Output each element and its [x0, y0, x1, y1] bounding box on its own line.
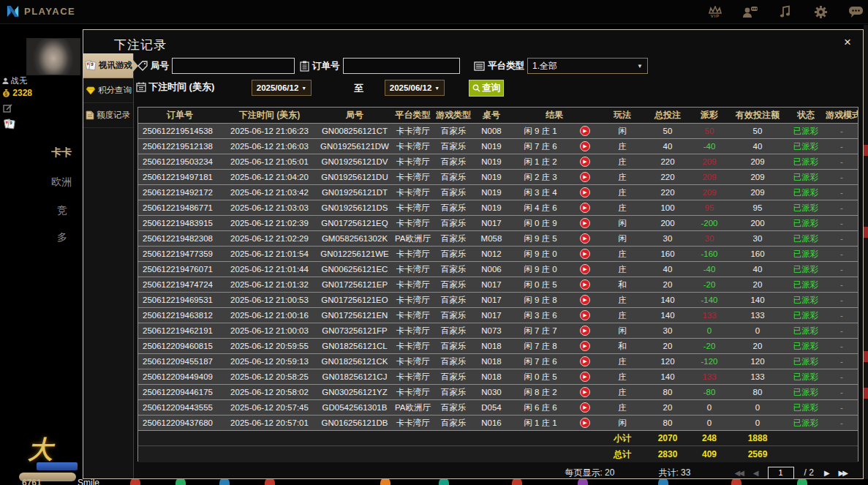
brand-logo[interactable]: PLAYACE — [6, 4, 75, 18]
summary-cell: 248 — [690, 433, 729, 443]
cell-mode: - — [826, 418, 858, 427]
cell-game: 百家乐 — [434, 264, 473, 275]
table-row: 2506122094376802025-06-12 20:57:01GN0162… — [138, 416, 858, 431]
play-video-button[interactable]: ▶ — [580, 157, 590, 167]
cell-play: ▶ — [571, 387, 599, 397]
cell-valid: 209 — [729, 173, 786, 181]
cell-status: 已派彩 — [786, 372, 826, 383]
cell-mode: - — [826, 249, 858, 258]
column-header: 桌号 — [473, 109, 510, 121]
document-icon — [86, 110, 94, 120]
cell-platform: PA欧洲厅 — [392, 402, 434, 413]
next-page-button[interactable]: ▶ — [824, 469, 829, 477]
play-video-button[interactable]: ▶ — [580, 402, 590, 413]
cell-play: ▶ — [571, 157, 599, 167]
cell-table: N019 — [473, 188, 510, 197]
cell-time: 2025-06-12 21:01:32 — [222, 280, 317, 289]
cell-platform: 卡卡湾厅 — [392, 418, 434, 429]
close-icon[interactable]: × — [844, 36, 851, 48]
settings-gear-icon[interactable] — [811, 2, 830, 21]
order-number-input[interactable] — [343, 58, 460, 74]
play-video-button[interactable]: ▶ — [580, 218, 590, 228]
cell-valid: 0 — [729, 418, 786, 427]
cell-play: ▶ — [571, 126, 599, 136]
vip-icon[interactable]: VIP — [706, 2, 725, 21]
cell-round: GN019256121DS — [317, 203, 392, 212]
cell-status: 已派彩 — [786, 249, 826, 260]
cell-play: 庄 — [599, 402, 646, 413]
table-row: 2506122194621912025-06-12 21:00:03GN0732… — [138, 323, 858, 339]
cell-play: ▶ — [571, 326, 599, 336]
play-video-button[interactable]: ▶ — [580, 326, 590, 336]
cell-pay: 133 — [690, 372, 729, 381]
play-video-button[interactable]: ▶ — [580, 249, 590, 259]
platform-type-select[interactable]: 1.全部 ▼ — [527, 58, 648, 74]
cell-valid: 209 — [729, 157, 786, 166]
cell-game: 百家乐 — [434, 126, 473, 137]
search-button[interactable]: 查询 — [469, 80, 504, 97]
play-video-button[interactable]: ▶ — [580, 279, 590, 290]
user-avatar[interactable] — [26, 38, 80, 75]
table-row: 2506122194747242025-06-12 21:01:32GN0172… — [138, 277, 858, 293]
play-video-button[interactable]: ▶ — [580, 141, 590, 151]
table-row: 2506122194971812025-06-12 21:04:20GN0192… — [138, 170, 858, 185]
cell-play: 庄 — [599, 310, 646, 321]
pagination-bar: 每页显示: 20 共计: 33 ◀◀ ◀ 1 / 2 ▶ ▶▶ — [137, 465, 858, 481]
column-header: 玩法 — [599, 109, 646, 121]
cell-play: 闲 — [599, 326, 646, 337]
cell-valid: 160 — [729, 249, 786, 258]
table-row: 2506122195145382025-06-12 21:06:23GN0082… — [138, 124, 858, 139]
tab-points-query[interactable]: 积分查询 — [83, 78, 133, 103]
cell-bet: 30 — [646, 234, 690, 243]
prev-page-button[interactable]: ◀ — [753, 469, 758, 477]
play-video-button[interactable]: ▶ — [580, 341, 590, 351]
cell-mode: - — [826, 265, 858, 274]
play-video-button[interactable]: ▶ — [580, 172, 590, 182]
cell-result: 闲 9 庄 0 — [510, 264, 571, 275]
cell-round: GN012256121WE — [317, 249, 392, 258]
play-video-button[interactable]: ▶ — [580, 372, 590, 382]
music-icon[interactable] — [776, 2, 795, 21]
cell-pay: 209 — [690, 173, 729, 181]
cell-valid: 0 — [729, 403, 786, 412]
cell-table: N019 — [473, 142, 510, 151]
modal-sidebar: K9 视讯游戏 积分查询 额度记录 — [83, 53, 134, 478]
play-video-button[interactable]: ▶ — [580, 418, 590, 428]
cell-play: 闲 — [599, 126, 646, 137]
play-video-button[interactable]: ▶ — [580, 126, 590, 136]
cell-mode: - — [826, 311, 858, 320]
play-video-button[interactable]: ▶ — [580, 233, 590, 244]
play-video-button[interactable]: ▶ — [580, 356, 590, 366]
round-number-input[interactable] — [172, 58, 295, 74]
play-video-button[interactable]: ▶ — [580, 387, 590, 397]
play-video-button[interactable]: ▶ — [580, 187, 590, 198]
cell-play: ▶ — [571, 341, 599, 351]
play-video-button[interactable]: ▶ — [580, 295, 590, 305]
table-row: 2506122194823082025-06-12 21:02:29GM0582… — [138, 231, 858, 247]
table-row: 2506122094608152025-06-12 20:59:55GN0182… — [138, 339, 858, 354]
tab-quota-records[interactable]: 额度记录 — [83, 103, 133, 128]
play-video-button[interactable]: ▶ — [580, 203, 590, 213]
cell-bet: 80 — [646, 388, 690, 396]
play-video-button[interactable]: ▶ — [580, 310, 590, 320]
cell-platform: PA欧洲厅 — [392, 233, 434, 244]
page-number-input[interactable]: 1 — [768, 467, 794, 479]
cell-table: N030 — [473, 388, 510, 396]
cell-time: 2025-06-12 21:02:29 — [222, 234, 317, 243]
date-to-picker[interactable]: 2025/06/12▼ — [385, 80, 445, 96]
table-row: 2506122195121382025-06-12 21:06:03GN0192… — [138, 139, 858, 154]
last-page-button[interactable]: ▶▶ — [839, 469, 847, 477]
cell-pay: -20 — [690, 342, 729, 350]
cell-table: N019 — [473, 203, 510, 212]
tab-video-games[interactable]: K9 视讯游戏 — [83, 53, 133, 78]
cards-icon: K9 — [86, 60, 97, 71]
cell-table: N018 — [473, 342, 510, 350]
cell-bet: 220 — [646, 188, 690, 197]
person-icon — [2, 78, 9, 84]
play-video-button[interactable]: ▶ — [580, 264, 590, 274]
first-page-button[interactable]: ◀◀ — [734, 469, 742, 477]
date-from-picker[interactable]: 2025/06/12▼ — [252, 80, 312, 96]
cell-bet: 100 — [646, 203, 690, 212]
customer-service-icon[interactable] — [741, 2, 760, 21]
chat-icon[interactable] — [846, 2, 865, 21]
